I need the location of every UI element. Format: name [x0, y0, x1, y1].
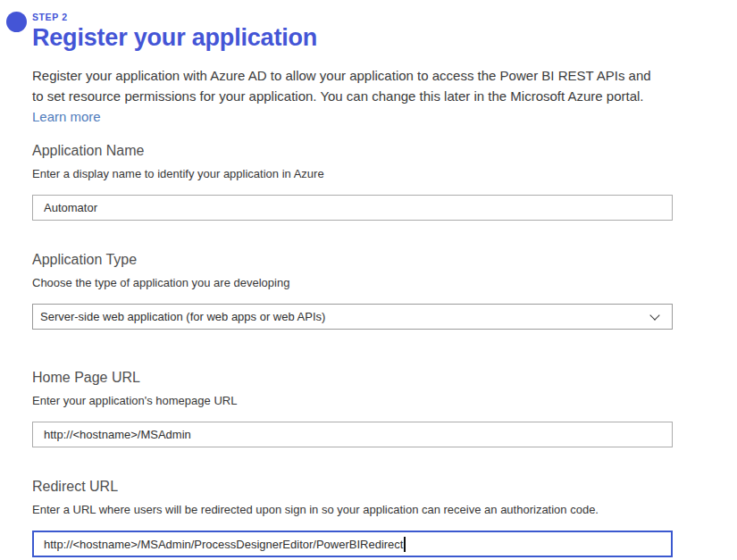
- home-page-url-helper: Enter your application's homepage URL: [32, 394, 673, 407]
- home-page-url-field-group: Home Page URL Enter your application's h…: [32, 370, 673, 447]
- redirect-url-input[interactable]: http://<hostname>/MSAdmin/ProcessDesigne…: [32, 531, 673, 557]
- redirect-url-helper: Enter a URL where users will be redirect…: [32, 503, 673, 516]
- learn-more-link[interactable]: Learn more: [32, 109, 101, 124]
- redirect-url-field-group: Redirect URL Enter a URL where users wil…: [32, 479, 673, 557]
- application-type-label: Application Type: [32, 252, 673, 268]
- step-indicator-dot: [6, 12, 27, 32]
- redirect-url-value: http://<hostname>/MSAdmin/ProcessDesigne…: [44, 538, 403, 551]
- application-name-label: Application Name: [32, 143, 673, 159]
- page-title: Register your application: [32, 24, 673, 52]
- step-label: STEP 2: [32, 12, 673, 22]
- application-name-input[interactable]: [32, 195, 673, 221]
- application-name-field-group: Application Name Enter a display name to…: [32, 143, 673, 221]
- text-cursor: [404, 537, 406, 552]
- register-application-page: STEP 2 Register your application Registe…: [0, 0, 737, 560]
- application-type-select[interactable]: Server-side web application (for web app…: [32, 304, 673, 330]
- intro-text: Register your application with Azure AD …: [32, 68, 651, 104]
- application-type-helper: Choose the type of application you are d…: [32, 276, 673, 289]
- application-name-helper: Enter a display name to identify your ap…: [32, 167, 673, 180]
- home-page-url-label: Home Page URL: [32, 370, 673, 386]
- home-page-url-input[interactable]: [32, 422, 673, 447]
- redirect-url-label: Redirect URL: [32, 479, 673, 495]
- application-type-field-group: Application Type Choose the type of appl…: [32, 252, 673, 330]
- intro-paragraph: Register your application with Azure AD …: [32, 65, 659, 127]
